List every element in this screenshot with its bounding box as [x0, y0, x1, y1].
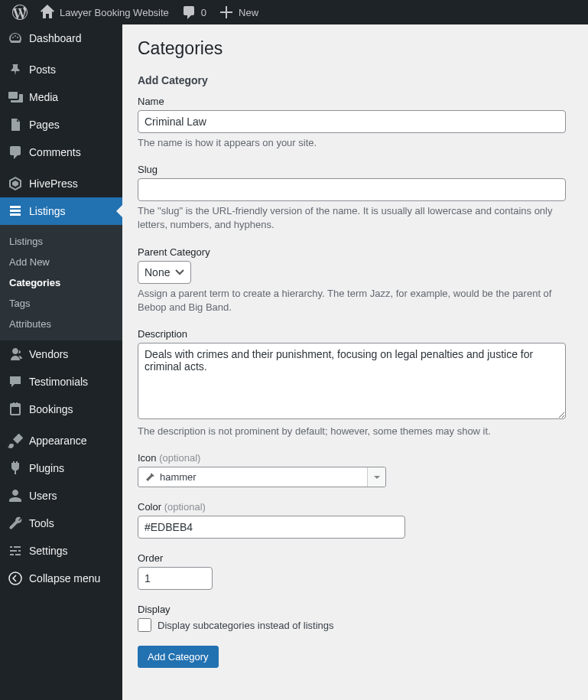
submenu-add-new[interactable]: Add New [0, 252, 122, 272]
description-textarea[interactable] [138, 343, 566, 419]
name-input[interactable] [138, 110, 566, 133]
slug-input[interactable] [138, 178, 566, 201]
field-slug: Slug The "slug" is the URL-friendly vers… [138, 164, 573, 232]
page-title: Categories [138, 38, 573, 59]
parent-select[interactable]: None [138, 261, 191, 284]
listings-icon [8, 203, 23, 219]
listings-submenu: Listings Add New Categories Tags Attribu… [0, 225, 122, 340]
svg-point-0 [9, 572, 21, 584]
hammer-icon [145, 472, 155, 483]
parent-label: Parent Category [138, 246, 573, 258]
field-display: Display Display subcategories instead of… [138, 604, 573, 632]
submenu-tags[interactable]: Tags [0, 293, 122, 314]
sidebar-item-dashboard[interactable]: Dashboard [0, 24, 122, 52]
wrench-icon [8, 516, 23, 531]
comments-icon [8, 145, 23, 160]
home-icon [40, 5, 55, 20]
wordpress-icon [12, 5, 28, 20]
collapse-icon [8, 571, 23, 586]
comment-icon [181, 5, 197, 20]
slug-desc: The "slug" is the URL-friendly version o… [138, 204, 566, 232]
icon-label: Icon (optional) [138, 452, 573, 464]
main-content: Categories Add Category Name The name is… [122, 24, 588, 700]
sidebar-item-vendors[interactable]: Vendors [0, 340, 122, 368]
admin-bar: Lawyer Booking Website 0 New [0, 0, 588, 24]
dashboard-icon [8, 31, 23, 46]
page-icon [8, 117, 23, 132]
sidebar-item-settings[interactable]: Settings [0, 537, 122, 565]
sidebar-item-bookings[interactable]: Bookings [0, 396, 122, 423]
calendar-icon [8, 402, 23, 417]
brush-icon [8, 433, 23, 448]
site-name: Lawyer Booking Website [60, 7, 169, 18]
sidebar-item-tools[interactable]: Tools [0, 510, 122, 537]
sidebar-item-users[interactable]: Users [0, 482, 122, 510]
sidebar-item-appearance[interactable]: Appearance [0, 427, 122, 454]
color-input[interactable] [138, 516, 405, 539]
new-label: New [239, 7, 258, 18]
field-icon: Icon (optional) hammer [138, 452, 573, 487]
testimonials-icon [8, 374, 23, 389]
name-label: Name [138, 96, 573, 107]
sidebar-item-posts[interactable]: Posts [0, 56, 122, 83]
add-category-button[interactable]: Add Category [138, 646, 219, 668]
display-checkbox-label: Display subcategories instead of listing… [158, 620, 334, 631]
pin-icon [8, 62, 23, 77]
sidebar-item-hivepress[interactable]: HivePress [0, 170, 122, 197]
site-name-link[interactable]: Lawyer Booking Website [34, 0, 175, 24]
sliders-icon [8, 543, 23, 558]
comments-link[interactable]: 0 [175, 0, 213, 24]
hivepress-icon [8, 176, 23, 191]
vendors-icon [8, 347, 23, 362]
color-label: Color (optional) [138, 501, 573, 513]
submenu-categories[interactable]: Categories [0, 272, 122, 293]
sidebar-item-comments[interactable]: Comments [0, 138, 122, 166]
icon-value: hammer [160, 471, 197, 483]
name-desc: The name is how it appears on your site. [138, 136, 566, 150]
field-name: Name The name is how it appears on your … [138, 96, 573, 150]
description-desc: The description is not prominent by defa… [138, 425, 566, 438]
form-heading: Add Category [138, 74, 573, 86]
icon-select[interactable]: hammer [138, 467, 386, 487]
field-order: Order [138, 552, 573, 590]
plugin-icon [8, 461, 23, 476]
sidebar-item-listings[interactable]: Listings [0, 197, 122, 225]
field-color: Color (optional) [138, 501, 573, 539]
slug-label: Slug [138, 164, 573, 175]
display-checkbox[interactable] [138, 618, 151, 632]
collapse-menu[interactable]: Collapse menu [0, 565, 122, 592]
description-label: Description [138, 328, 573, 340]
new-content-link[interactable]: New [213, 0, 265, 24]
sidebar-item-pages[interactable]: Pages [0, 111, 122, 138]
submenu-listings[interactable]: Listings [0, 231, 122, 252]
admin-sidebar: Dashboard Posts Media Pages Comments Hiv… [0, 24, 122, 700]
submenu-attributes[interactable]: Attributes [0, 314, 122, 334]
chevron-down-icon [367, 467, 385, 487]
parent-desc: Assign a parent term to create a hierarc… [138, 287, 566, 314]
sidebar-item-media[interactable]: Media [0, 83, 122, 111]
field-parent: Parent Category None Assign a parent ter… [138, 246, 573, 314]
plus-icon [219, 5, 234, 20]
user-icon [8, 488, 23, 503]
sidebar-item-testimonials[interactable]: Testimonials [0, 368, 122, 396]
order-label: Order [138, 552, 573, 564]
wp-logo[interactable] [6, 0, 34, 24]
sidebar-item-plugins[interactable]: Plugins [0, 454, 122, 482]
order-input[interactable] [138, 567, 213, 590]
field-description: Description The description is not promi… [138, 328, 573, 438]
comment-count: 0 [201, 7, 206, 18]
media-icon [8, 90, 23, 105]
display-label: Display [138, 604, 573, 615]
